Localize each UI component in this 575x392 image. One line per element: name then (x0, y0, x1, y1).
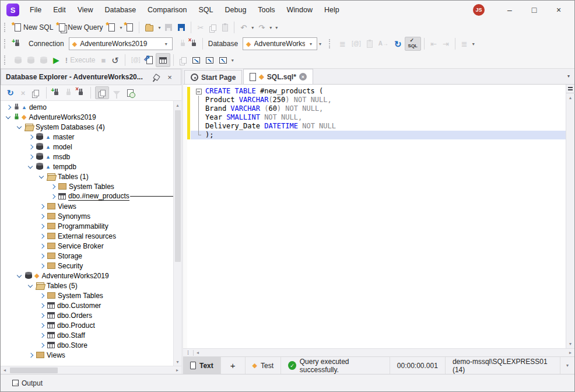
export-data-button[interactable]: ⇗ (143, 53, 156, 67)
redo-button[interactable]: ↷ (255, 20, 268, 34)
sql-syntax-check-button[interactable]: SQL (405, 37, 421, 51)
refresh-code-button[interactable]: ↻ (391, 37, 405, 51)
connection-select[interactable]: ◆ AdventureWorks2019 ▾ (69, 37, 173, 50)
tree-item-dbo-staff[interactable]: dbo.Staff (1, 330, 173, 340)
tree-item-dbo-orders[interactable]: dbo.Orders (1, 310, 173, 320)
menu-item-sql[interactable]: SQL (192, 1, 219, 19)
tab-list-dropdown[interactable]: ▾ (567, 74, 570, 79)
chevron-expanded-icon[interactable] (38, 173, 45, 180)
toolbar-grip[interactable] (4, 23, 8, 32)
menu-item-database[interactable]: Database (99, 1, 142, 19)
tree-item-adventureworks2019[interactable]: ◆AdventureWorks2019 (1, 112, 173, 122)
explorer-filter-button[interactable] (110, 86, 123, 99)
explorer-history-button[interactable] (124, 86, 136, 99)
save-button[interactable] (162, 20, 175, 34)
tree-item-service-broker[interactable]: Service Broker (1, 241, 173, 251)
editor-scroll-right-icon[interactable]: ▸ (566, 350, 574, 355)
output-tab[interactable]: Output (9, 377, 46, 389)
connection-tag[interactable]: ◆ Test (246, 357, 281, 374)
code-line-2[interactable]: Product VARCHAR(250) NOT NULL, (183, 96, 566, 104)
chevron-collapsed-icon[interactable] (38, 292, 45, 299)
chevron-collapsed-icon[interactable] (5, 104, 12, 111)
tree-hscroll-thumb[interactable] (10, 368, 58, 373)
toolbar-grip[interactable] (4, 39, 8, 48)
chevron-collapsed-icon[interactable] (27, 153, 34, 160)
editor-scroll-left-icon[interactable]: ◂ (194, 350, 202, 355)
toolbar-standard-overflow[interactable]: ▾ (274, 25, 279, 30)
chevron-collapsed-icon[interactable] (50, 193, 57, 200)
user-badge[interactable]: JS (473, 4, 485, 16)
chevron-expanded-icon[interactable] (16, 272, 23, 279)
chevron-collapsed-icon[interactable] (38, 233, 45, 240)
scroll-right-icon[interactable]: ▸ (173, 368, 181, 373)
chevron-collapsed-icon[interactable] (38, 253, 45, 260)
execute-script-button[interactable]: ! Execute (62, 53, 99, 67)
text-view-tab[interactable]: Text (183, 357, 221, 374)
tree-item-security[interactable]: Security (1, 261, 173, 271)
menu-item-edit[interactable]: Edit (47, 1, 72, 19)
open-file-button[interactable] (142, 20, 156, 34)
tree-scroll-thumb[interactable] (175, 110, 181, 262)
new-sql-button[interactable]: * New SQL (12, 20, 56, 34)
tree-vertical-scrollbar[interactable]: ▴ ▾ (173, 101, 181, 366)
menu-item-tools[interactable]: Tools (252, 1, 281, 19)
query-builder-button[interactable] (177, 53, 190, 67)
chevron-collapsed-icon[interactable] (27, 144, 34, 150)
new-document-button[interactable]: * (106, 20, 118, 34)
chevron-collapsed-icon[interactable] (38, 223, 45, 230)
history-button[interactable]: ↺ (108, 53, 122, 67)
explorer-new-connection-button[interactable]: + (51, 86, 62, 99)
database-select[interactable]: ◆ AdventureWorks20... ▾ (243, 37, 317, 50)
chevron-expanded-icon[interactable] (27, 282, 34, 289)
disconnect-button[interactable]: × (188, 37, 199, 51)
outdent-button[interactable]: ⇤ (427, 37, 440, 51)
query-parameters-button[interactable]: [@] (128, 53, 143, 67)
maximize-button[interactable]: □ (522, 2, 546, 18)
db-check-button[interactable] (37, 53, 50, 67)
tab-start-page[interactable]: Start Page (184, 70, 242, 84)
chevron-collapsed-icon[interactable] (27, 134, 34, 141)
explorer-close-button[interactable]: × (163, 73, 176, 82)
connection-toolbar-overflow[interactable]: ▾ (471, 41, 476, 47)
chevron-collapsed-icon[interactable] (38, 243, 45, 250)
editor-scroll-up-icon[interactable]: ▴ (569, 93, 572, 102)
tree-item-dbo-store[interactable]: dbo.Store (1, 340, 173, 350)
chevron-expanded-icon[interactable] (27, 163, 34, 170)
chevron-collapsed-icon[interactable] (38, 302, 45, 309)
tree-item-model[interactable]: ▲model (1, 142, 173, 152)
format-button[interactable]: ≣ (458, 37, 471, 51)
new-query-button[interactable]: * New Query (56, 20, 106, 34)
open-file-dropdown[interactable]: ▾ (156, 25, 162, 30)
word-case-button[interactable]: A→ (376, 37, 391, 51)
explorer-windows-button[interactable] (29, 86, 42, 99)
db-sync-button[interactable] (12, 53, 24, 67)
parameters-button[interactable]: [@] (349, 37, 364, 51)
new-file-button[interactable]: * (124, 20, 136, 34)
editor-hsplit-handle[interactable]: ⁞ (183, 350, 194, 356)
execute-button[interactable]: ▶ (50, 53, 62, 67)
tree-item-demo[interactable]: ▲demo (1, 102, 173, 112)
toolbar-grip[interactable] (329, 39, 333, 48)
editor-split-handle[interactable] (566, 85, 575, 93)
tree-item-system-tables[interactable]: System Tables (1, 290, 173, 300)
pivot-button[interactable] (216, 53, 230, 67)
tree-item-storage[interactable]: Storage (1, 251, 173, 261)
tree-item-tables-5-[interactable]: Tables (5) (1, 281, 173, 290)
chevron-collapsed-icon[interactable] (38, 332, 45, 339)
chevron-collapsed-icon[interactable] (38, 262, 45, 270)
code-line-3[interactable]: Brand VARCHAR (60) NOT NULL, (183, 104, 566, 113)
tree-item-master[interactable]: ▲master (1, 132, 173, 142)
code-line-1[interactable]: CREATE TABLE #new_products ( (183, 87, 566, 96)
tree-item-dbo-product[interactable]: dbo.Product (1, 320, 173, 330)
fold-collapse-icon[interactable] (195, 87, 202, 96)
scroll-down-icon[interactable]: ▾ (174, 358, 182, 366)
import-image-button[interactable] (203, 53, 216, 67)
chevron-collapsed-icon[interactable] (27, 352, 34, 359)
menu-item-file[interactable]: File (24, 1, 47, 19)
copy-button[interactable] (206, 20, 219, 34)
menu-item-comparison[interactable]: Comparison (142, 1, 192, 19)
menu-item-debug[interactable]: Debug (219, 1, 253, 19)
menu-item-help[interactable]: Help (318, 1, 345, 19)
editor-horizontal-scrollbar[interactable]: ⁞ ◂ ▸ (183, 348, 574, 356)
new-document-dropdown[interactable]: ▾ (118, 25, 124, 30)
